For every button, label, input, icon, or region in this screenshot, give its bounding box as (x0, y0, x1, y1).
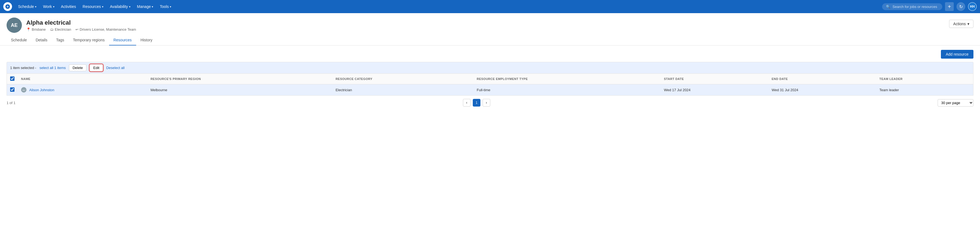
chevron-down-icon: ▾ (129, 5, 130, 8)
select-all-checkbox[interactable] (10, 77, 14, 81)
table-toolbar-top: Add resource (6, 50, 974, 59)
row-checkbox-cell[interactable] (7, 84, 18, 96)
row-checkbox[interactable] (10, 87, 14, 92)
col-category: RESOURCE CATEGORY (332, 74, 473, 84)
chevron-down-icon: ▾ (53, 5, 54, 8)
tab-schedule[interactable]: Schedule (6, 35, 31, 45)
page-1-button[interactable]: 1 (473, 99, 480, 107)
refresh-icon: ↻ (959, 4, 963, 9)
top-navigation: Schedule ▾ Work ▾ Activities Resources ▾… (0, 0, 980, 13)
pagination-controls: ‹ 1 › (463, 99, 490, 107)
delete-button[interactable]: Delete (69, 64, 86, 71)
col-employment-type: RESOURCE EMPLOYMENT TYPE (474, 74, 661, 84)
select-all-header[interactable] (7, 74, 18, 84)
pagination-bar: 1 of 1 ‹ 1 › 10 per page20 per page30 pe… (6, 96, 974, 110)
tab-resources[interactable]: Resources (109, 35, 136, 45)
entity-tabs: Schedule Details Tags Temporary regions … (0, 35, 980, 45)
actions-button[interactable]: Actions ▾ (949, 20, 974, 28)
cell-name: AJ Alison Johnston (18, 84, 147, 96)
add-resource-button[interactable]: Add resource (941, 50, 974, 59)
selection-count: 1 item selected - (10, 66, 36, 70)
entity-avatar: AE (6, 18, 22, 33)
entity-header: AE Alpha electrical 📍 Brisbane 🗂 Electri… (0, 13, 980, 33)
per-page-select[interactable]: 10 per page20 per page30 per page50 per … (938, 99, 974, 107)
per-page-selector[interactable]: 10 per page20 per page30 per page50 per … (938, 99, 974, 107)
cell-category: Electrician (332, 84, 473, 96)
cell-end-date: Wed 31 Jul 2024 (768, 84, 876, 96)
app-logo[interactable] (3, 2, 12, 11)
entity-location: 📍 Brisbane (26, 27, 46, 32)
svg-text:AJ: AJ (22, 89, 25, 91)
nav-resources[interactable]: Resources ▾ (80, 3, 106, 10)
row-name-link[interactable]: Alison Johnston (29, 88, 54, 92)
resources-table: NAME RESOURCE'S PRIMARY REGION RESOURCE … (6, 74, 974, 96)
nav-work[interactable]: Work ▾ (40, 3, 57, 10)
chevron-right-icon: › (486, 101, 487, 105)
nav-tools[interactable]: Tools ▾ (157, 3, 174, 10)
cell-team-leader: Team leader (876, 84, 973, 96)
entity-category: 🗂 Electrician (50, 27, 71, 32)
chevron-left-icon: ‹ (466, 101, 467, 105)
chevron-down-icon: ▾ (967, 22, 969, 26)
cell-primary-region: Melbourne (147, 84, 332, 96)
nav-schedule[interactable]: Schedule ▾ (15, 3, 39, 10)
nav-availability[interactable]: Availability ▾ (107, 3, 133, 10)
entity-tags: ↩ Drivers License, Maintenance Team (75, 27, 136, 32)
user-avatar[interactable]: HH (968, 2, 977, 11)
location-icon: 📍 (26, 27, 30, 32)
chevron-down-icon: ▾ (35, 5, 37, 8)
tab-tags[interactable]: Tags (52, 35, 68, 45)
deselect-all-link[interactable]: Deselect all (106, 66, 124, 70)
chevron-down-icon: ▾ (102, 5, 103, 8)
resources-section: Add resource 1 item selected - select al… (0, 45, 980, 114)
table-row: AJ Alison Johnston Melbourne Electrician… (7, 84, 974, 96)
col-start-date: START DATE (660, 74, 768, 84)
chevron-down-icon: ▾ (170, 5, 171, 8)
tab-temporary-regions[interactable]: Temporary regions (68, 35, 109, 45)
cell-employment-type: Full-time (474, 84, 661, 96)
row-avatar: AJ (21, 87, 27, 93)
select-all-link[interactable]: select all 1 items (40, 66, 65, 70)
search-icon: 🔍 (886, 5, 890, 9)
add-button[interactable]: + (945, 2, 954, 11)
tab-details[interactable]: Details (31, 35, 52, 45)
nav-manage[interactable]: Manage ▾ (134, 3, 156, 10)
main-content: AE Alpha electrical 📍 Brisbane 🗂 Electri… (0, 13, 980, 235)
chevron-down-icon: ▾ (152, 5, 153, 8)
col-name: NAME (18, 74, 147, 84)
pagination-summary: 1 of 1 (6, 101, 16, 105)
col-end-date: END DATE (768, 74, 876, 84)
col-primary-region: RESOURCE'S PRIMARY REGION (147, 74, 332, 84)
cell-start-date: Wed 17 Jul 2024 (660, 84, 768, 96)
entity-name: Alpha electrical (26, 19, 945, 26)
next-page-button[interactable]: › (483, 99, 490, 107)
tags-icon: ↩ (75, 27, 78, 32)
prev-page-button[interactable]: ‹ (463, 99, 471, 107)
entity-info: Alpha electrical 📍 Brisbane 🗂 Electricia… (26, 19, 945, 32)
category-icon: 🗂 (50, 27, 54, 32)
selection-bar: 1 item selected - select all 1 items Del… (6, 62, 974, 74)
entity-meta: 📍 Brisbane 🗂 Electrician ↩ Drivers Licen… (26, 27, 945, 32)
refresh-button[interactable]: ↻ (956, 2, 965, 11)
edit-button[interactable]: Edit (90, 64, 103, 71)
global-search[interactable]: 🔍 Search for jobs or resources (882, 3, 942, 10)
col-team-leader: TEAM LEADER (876, 74, 973, 84)
tab-history[interactable]: History (136, 35, 157, 45)
nav-activities[interactable]: Activities (58, 3, 79, 10)
